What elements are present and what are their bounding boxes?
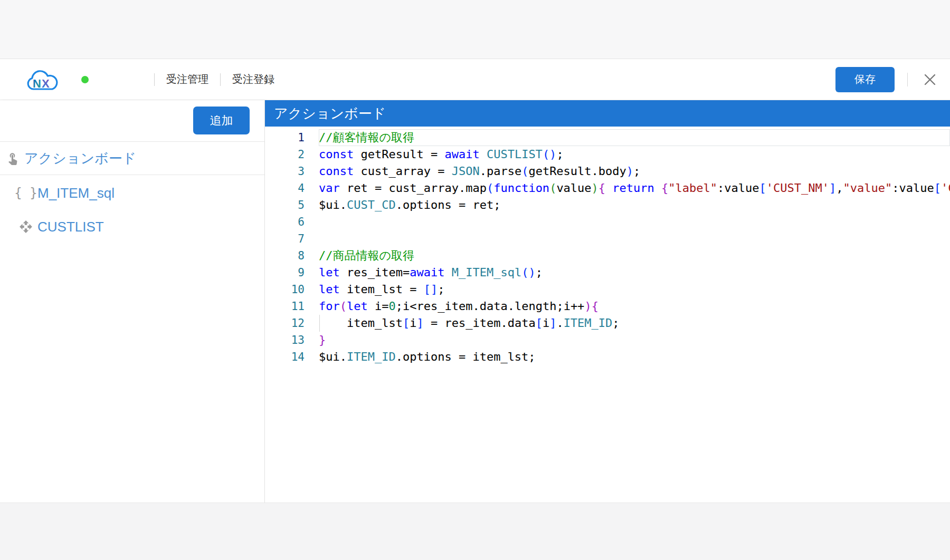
code-line[interactable]: 13} xyxy=(265,332,950,349)
line-number: 6 xyxy=(265,214,305,230)
code-line[interactable]: 14$ui.ITEM_ID.options = item_lst; xyxy=(265,349,950,365)
code-line[interactable]: 5$ui.CUST_CD.options = ret; xyxy=(265,197,950,214)
code-editor-panel: アクションボード 1//顧客情報の取得2const getResult = aw… xyxy=(265,100,950,503)
sidebar-item-label: CUSTLIST xyxy=(37,219,104,235)
sidebar-item-label: アクションボード xyxy=(24,149,136,168)
nx-cloud-logo-icon: N X xyxy=(25,66,59,93)
top-background-strip xyxy=(0,0,950,59)
breadcrumb-order-management[interactable]: 受注管理 xyxy=(166,72,208,86)
breadcrumb-order-entry[interactable]: 受注登録 xyxy=(232,72,274,86)
line-code[interactable]: $ui.CUST_CD.options = ret; xyxy=(319,197,950,214)
editor-title: アクションボード xyxy=(265,100,950,127)
sidebar-toolbar: 追加 xyxy=(0,100,264,142)
sidebar-item-label: M_ITEM_sql xyxy=(37,185,115,201)
line-number: 2 xyxy=(265,146,305,163)
line-code[interactable]: //商品情報の取得 xyxy=(319,247,950,264)
code-line[interactable]: 7 xyxy=(265,230,950,247)
line-number: 4 xyxy=(265,180,305,197)
code-line[interactable]: 2const getResult = await CUSTLIST(); xyxy=(265,146,950,163)
code-line[interactable]: 1//顧客情報の取得 xyxy=(265,129,950,146)
header-separator xyxy=(907,73,908,86)
add-button[interactable]: 追加 xyxy=(193,107,250,134)
line-number: 10 xyxy=(265,281,305,298)
line-number: 12 xyxy=(265,315,305,332)
code-line[interactable]: 12 item_lst[i] = res_item.data[i].ITEM_I… xyxy=(265,315,950,332)
code-braces-icon: { } xyxy=(18,186,33,200)
line-code[interactable]: item_lst[i] = res_item.data[i].ITEM_ID; xyxy=(319,315,950,332)
line-number: 13 xyxy=(265,332,305,349)
svg-text:X: X xyxy=(42,77,50,90)
line-code[interactable]: $ui.ITEM_ID.options = item_lst; xyxy=(319,349,950,365)
line-number: 9 xyxy=(265,264,305,281)
code-lines[interactable]: 1//顧客情報の取得2const getResult = await CUSTL… xyxy=(265,127,950,365)
code-line[interactable]: 6 xyxy=(265,214,950,230)
line-number: 14 xyxy=(265,349,305,365)
line-code[interactable]: let res_item=await M_ITEM_sql(); xyxy=(319,264,950,281)
breadcrumb-separator xyxy=(220,73,221,86)
line-code[interactable] xyxy=(319,230,950,247)
line-number: 8 xyxy=(265,247,305,264)
svg-text:N: N xyxy=(33,77,41,90)
code-line[interactable]: 3const cust_array = JSON.parse(getResult… xyxy=(265,163,950,180)
line-number: 11 xyxy=(265,298,305,315)
code-line[interactable]: 11for(let i=0;i<res_item.data.length;i++… xyxy=(265,298,950,315)
line-code[interactable]: const getResult = await CUSTLIST(); xyxy=(319,146,950,163)
sidebar-item-m-item-sql[interactable]: { } M_ITEM_sql xyxy=(0,177,264,209)
line-code[interactable]: //顧客情報の取得 xyxy=(319,129,950,146)
line-code[interactable] xyxy=(319,214,950,230)
app-window: N X 受注管理 受注登録 保存 追加 xyxy=(0,0,950,560)
line-code[interactable]: let item_lst = []; xyxy=(319,281,950,298)
move-arrows-icon xyxy=(18,219,33,234)
line-number: 3 xyxy=(265,163,305,180)
bottom-background-strip xyxy=(0,503,950,560)
line-code[interactable]: for(let i=0;i<res_item.data.length;i++){ xyxy=(319,298,950,315)
line-number: 7 xyxy=(265,230,305,247)
close-icon[interactable] xyxy=(922,71,938,88)
main-content: 追加 アクションボード { } M_ITEM_sql xyxy=(0,100,950,503)
sidebar-item-action-board[interactable]: アクションボード xyxy=(0,142,264,175)
app-header: N X 受注管理 受注登録 保存 xyxy=(0,59,950,100)
code-line[interactable]: 10let item_lst = []; xyxy=(265,281,950,298)
sidebar: 追加 アクションボード { } M_ITEM_sql xyxy=(0,100,265,503)
line-code[interactable]: var ret = cust_array.map(function(value)… xyxy=(319,180,950,197)
code-line[interactable]: 4var ret = cust_array.map(function(value… xyxy=(265,180,950,197)
line-number: 1 xyxy=(265,129,305,146)
code-line[interactable]: 9let res_item=await M_ITEM_sql(); xyxy=(265,264,950,281)
breadcrumb-separator xyxy=(154,73,155,86)
hand-pointer-icon xyxy=(5,151,20,166)
line-code[interactable]: const cust_array = JSON.parse(getResult.… xyxy=(319,163,950,180)
sidebar-item-custlist[interactable]: CUSTLIST xyxy=(0,211,264,243)
save-button[interactable]: 保存 xyxy=(835,67,895,92)
line-number: 5 xyxy=(265,197,305,214)
code-line[interactable]: 8//商品情報の取得 xyxy=(265,247,950,264)
line-code[interactable]: } xyxy=(319,332,950,349)
status-dot xyxy=(81,76,89,83)
